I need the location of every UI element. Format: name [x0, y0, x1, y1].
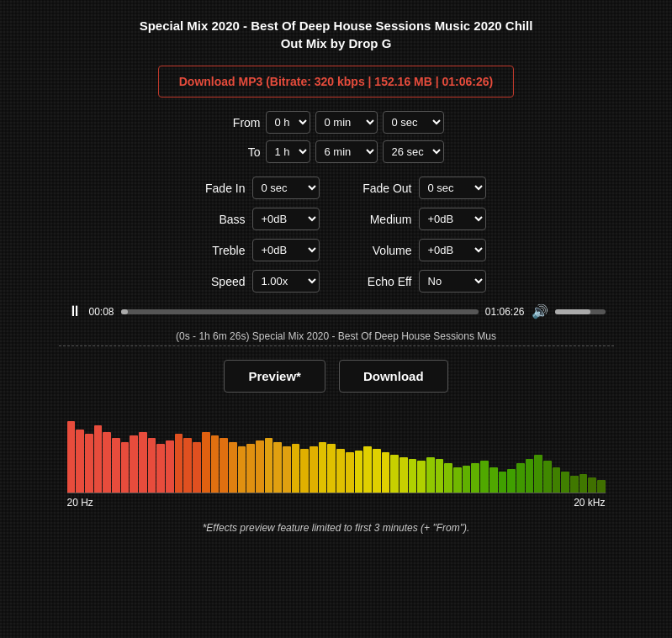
eq-bar: [94, 425, 103, 493]
to-label: To: [229, 145, 261, 159]
volume-slider[interactable]: [555, 309, 606, 314]
eq-bar: [156, 444, 165, 493]
eq-bar: [67, 421, 76, 493]
eq-bar: [229, 442, 237, 493]
footnote: *Effects preview feature limited to firs…: [203, 522, 470, 534]
play-pause-button[interactable]: ⏸: [67, 303, 82, 320]
total-time: 01:06:26: [485, 306, 525, 318]
preview-button[interactable]: Preview*: [224, 360, 325, 393]
eq-bar: [543, 461, 552, 493]
eq-bar: [516, 463, 525, 493]
eq-bar: [327, 444, 336, 493]
eq-low-label: 20 Hz: [67, 497, 93, 509]
to-sec-select[interactable]: 0 sec10 sec26 sec: [383, 140, 444, 163]
progress-bar[interactable]: [121, 309, 479, 314]
eq-bar: [139, 432, 147, 493]
volume-select[interactable]: +0dB+3dB-3dB: [419, 239, 486, 261]
eq-bar: [444, 463, 452, 493]
volume-icon[interactable]: 🔊: [532, 303, 548, 319]
eq-high-label: 20 kHz: [574, 497, 605, 509]
fade-out-select[interactable]: 0 sec1 sec2 sec: [419, 177, 486, 199]
eq-bar: [499, 472, 507, 493]
download-mp3-button[interactable]: Download MP3 (Bitrate: 320 kbps | 152.16…: [158, 66, 515, 98]
eq-bar: [346, 452, 354, 493]
current-time: 00:08: [89, 306, 114, 318]
eq-bar: [211, 435, 220, 493]
eq-bar: [183, 438, 192, 493]
volume-fill: [555, 309, 590, 314]
eq-bar: [175, 434, 183, 493]
action-buttons: Preview* Download: [224, 360, 447, 393]
from-row: From 0 h1 h 0 min1 min5 min10 min 0 sec1…: [229, 111, 444, 134]
effects-grid: Fade In 0 sec1 sec2 sec Fade Out 0 sec1 …: [59, 177, 614, 293]
fade-in-label: Fade In: [187, 182, 246, 195]
eq-bar: [265, 438, 273, 493]
eq-bar: [507, 469, 516, 493]
eq-bar: [273, 442, 282, 493]
eq-bar: [246, 444, 255, 493]
speed-select[interactable]: 1.00x1.25x1.5x0.75x: [252, 270, 320, 293]
eq-bar: [553, 467, 561, 493]
eq-bar: [130, 435, 138, 493]
eq-bar: [426, 457, 435, 493]
eq-bar: [373, 449, 381, 493]
eq-bar: [85, 434, 93, 493]
eq-bar: [166, 440, 174, 493]
eq-bar: [300, 449, 309, 493]
eq-bar: [363, 446, 372, 493]
eq-bar: [193, 442, 201, 493]
equalizer-section: 20 Hz 20 kHz: [59, 409, 614, 509]
fade-out-label: Fade Out: [353, 182, 412, 195]
treble-select[interactable]: +0dB+3dB-3dB: [252, 239, 320, 261]
eq-bar: [417, 461, 426, 493]
eq-bar: [436, 459, 444, 493]
from-sec-select[interactable]: 0 sec10 sec30 sec: [383, 111, 444, 134]
eq-bar: [534, 455, 542, 493]
eq-bar: [480, 461, 489, 493]
eq-bar: [409, 459, 417, 493]
echo-row: Echo Eff NoYes: [353, 270, 597, 293]
eq-bar: [453, 467, 462, 493]
track-info: (0s - 1h 6m 26s) Special Mix 2020 - Best…: [59, 330, 614, 346]
volume-label: Volume: [353, 244, 412, 257]
eq-bar: [76, 430, 84, 493]
bass-row: Bass +0dB+3dB-3dB: [76, 208, 320, 230]
progress-fill: [121, 309, 129, 314]
speed-label: Speed: [187, 275, 246, 288]
eq-bar: [112, 438, 120, 493]
eq-bar: [463, 466, 471, 493]
eq-bar: [355, 451, 363, 493]
eq-bar: [148, 438, 156, 493]
fade-in-row: Fade In 0 sec1 sec2 sec: [76, 177, 320, 199]
eq-bar: [588, 477, 596, 493]
to-min-select[interactable]: 0 min5 min6 min10 min: [315, 140, 378, 163]
eq-bar: [399, 457, 408, 493]
treble-row: Treble +0dB+3dB-3dB: [76, 239, 320, 261]
bass-select[interactable]: +0dB+3dB-3dB: [252, 208, 320, 230]
echo-select[interactable]: NoYes: [419, 270, 486, 293]
eq-bar: [526, 459, 534, 493]
medium-label: Medium: [353, 213, 412, 226]
from-min-select[interactable]: 0 min1 min5 min10 min: [315, 111, 378, 134]
medium-select[interactable]: +0dB+3dB-3dB: [419, 208, 486, 230]
to-hour-select[interactable]: 0 h1 h: [266, 140, 310, 163]
eq-bar: [336, 449, 345, 493]
fade-in-select[interactable]: 0 sec1 sec2 sec: [252, 177, 320, 199]
eq-bar: [310, 446, 318, 493]
eq-bar: [103, 432, 111, 493]
download-button[interactable]: Download: [339, 360, 448, 393]
treble-label: Treble: [187, 244, 246, 257]
eq-bar: [471, 463, 479, 493]
from-hour-select[interactable]: 0 h1 h: [266, 111, 310, 134]
equalizer-bars: [67, 409, 606, 493]
from-label: From: [229, 116, 261, 129]
main-container: Special Mix 2020 - Best Of Deep House Se…: [59, 17, 614, 534]
eq-labels: 20 Hz 20 kHz: [67, 497, 606, 509]
eq-bar: [202, 432, 210, 493]
page-title: Special Mix 2020 - Best Of Deep House Se…: [140, 17, 533, 52]
speed-row: Speed 1.00x1.25x1.5x0.75x: [76, 270, 320, 293]
eq-bar: [570, 476, 579, 493]
eq-bar: [256, 440, 264, 493]
pause-icon: ⏸: [67, 303, 82, 320]
to-row: To 0 h1 h 0 min5 min6 min10 min 0 sec10 …: [229, 140, 444, 163]
